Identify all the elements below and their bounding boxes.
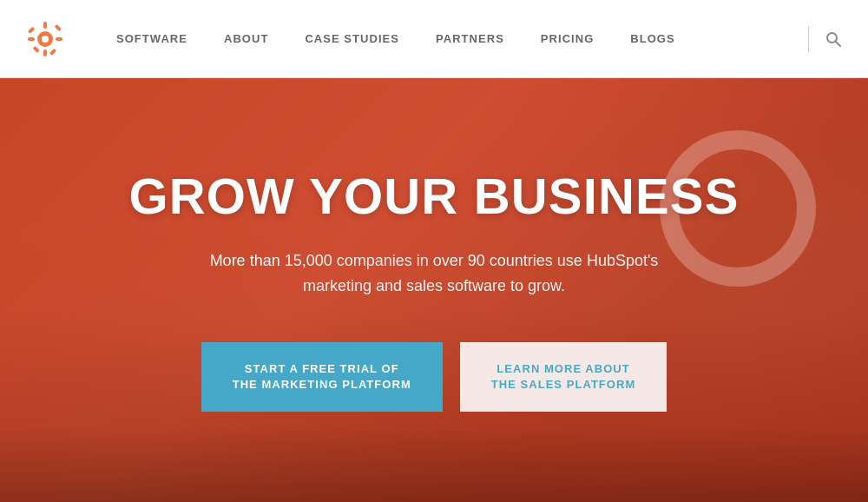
search-button[interactable] [825,30,842,48]
nav-link-software[interactable]: SOFTWARE [116,32,187,45]
search-icon [825,30,842,48]
btn-sales-line2: THE SALES PLATFORM [491,378,636,391]
svg-rect-6 [55,23,62,30]
hero-title: GROW YOUR BUSINESS [128,168,739,224]
svg-rect-4 [56,37,62,41]
navbar: SOFTWARE ABOUT CASE STUDIES PARTNERS PRI… [0,0,868,78]
start-free-trial-button[interactable]: START A FREE TRIAL OF THE MARKETING PLAT… [201,342,443,412]
nav-link-blogs[interactable]: BLOGS [630,32,674,45]
logo[interactable] [26,20,64,58]
nav-link-about[interactable]: ABOUT [224,32,268,45]
svg-rect-1 [43,22,47,29]
btn-sales-line1: LEARN MORE ABOUT [496,362,629,375]
svg-line-11 [836,41,841,46]
hero-section: GROW YOUR BUSINESS More than 15,000 comp… [0,78,868,502]
hero-content: GROW YOUR BUSINESS More than 15,000 comp… [0,78,868,502]
nav-link-partners[interactable]: PARTNERS [436,32,504,45]
svg-rect-5 [28,26,35,33]
svg-rect-2 [43,50,47,56]
nav-link-pricing[interactable]: PRICING [541,32,594,45]
hubspot-logo-icon [26,20,64,58]
learn-more-sales-button[interactable]: LEARN MORE ABOUT THE SALES PLATFORM [460,342,667,412]
hero-buttons: START A FREE TRIAL OF THE MARKETING PLAT… [201,342,667,412]
svg-point-9 [42,36,49,43]
hero-subtitle: More than 15,000 companies in over 90 co… [191,248,677,299]
svg-rect-8 [49,48,56,55]
nav-divider [808,26,809,52]
nav-link-case-studies[interactable]: CASE STUDIES [305,32,399,45]
svg-rect-7 [33,45,40,52]
nav-links: SOFTWARE ABOUT CASE STUDIES PARTNERS PRI… [116,32,799,45]
svg-rect-3 [28,37,35,41]
btn-marketing-line1: START A FREE TRIAL OF [245,362,399,375]
btn-marketing-line2: THE MARKETING PLATFORM [233,378,411,391]
